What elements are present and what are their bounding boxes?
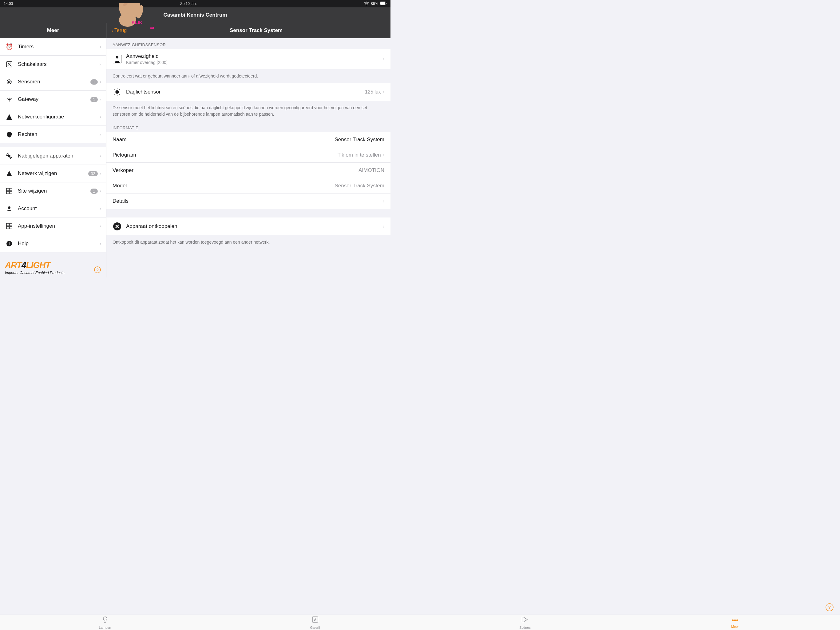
aanwezigheid-row[interactable]: Aanwezigheid Kamer overdag [2:00] ›: [106, 49, 390, 69]
sidebar-item-schakelaars[interactable]: Schakelaars ›: [0, 56, 106, 73]
battery-text: 86%: [371, 2, 378, 6]
details-chevron: ›: [383, 198, 384, 204]
sidebar-item-netwerkconfiguratie[interactable]: Netwerkconfiguratie ›: [0, 108, 106, 126]
sidebar-item-rechten[interactable]: Rechten ›: [0, 126, 106, 143]
info-value-pictogram: Tik om in te stellen: [168, 152, 381, 158]
svg-point-27: [115, 90, 119, 93]
svg-marker-9: [6, 114, 12, 120]
sidebar-label-netwerkconfiguratie: Netwerkconfiguratie: [18, 114, 99, 120]
battery-icon: [380, 2, 387, 6]
daglicht-title: Daglichtsensor: [126, 89, 161, 95]
sidebar-item-timers[interactable]: ⏰ Timers ›: [0, 38, 106, 56]
svg-point-10: [8, 155, 10, 157]
sidebar-item-site-wijzigen[interactable]: Site wijzigen 1 ›: [0, 182, 106, 200]
info-value-naam: Sensor Track System: [168, 136, 384, 143]
disconnect-label: Apparaat ontkoppelen: [126, 223, 383, 230]
logo-text: ART4LIGHT: [5, 260, 101, 270]
svg-point-8: [9, 82, 9, 82]
svg-line-34: [115, 94, 115, 95]
sidebar-label-rechten: Rechten: [18, 131, 99, 138]
svg-rect-17: [6, 223, 9, 226]
sidebar: ⏰ Timers › Schakelaars › Sensoren: [0, 38, 106, 277]
sidebar-label-netwerk-wijzigen: Netwerk wijzigen: [18, 171, 88, 177]
info-row-pictogram[interactable]: Pictogram Tik om in te stellen ›: [106, 147, 390, 163]
sidebar-label-app-instellingen: App-instellingen: [18, 223, 99, 229]
info-value-model: Sensor Track System: [168, 183, 384, 189]
wifi-icon: [364, 2, 369, 6]
site-wijzigen-badge: 1: [90, 188, 98, 194]
daglicht-value: 125 lux: [365, 89, 381, 95]
svg-point-0: [366, 5, 367, 5]
disconnect-section: Apparaat ontkoppelen ›: [106, 217, 390, 235]
right-panel-title: Sensor Track System: [127, 27, 385, 33]
gateway-icon: [5, 95, 14, 104]
svg-line-35: [119, 90, 120, 90]
info-row-details[interactable]: Details ›: [106, 193, 390, 209]
disconnect-chevron: ›: [383, 224, 384, 229]
daglicht-row[interactable]: Daglichtsensor 125 lux ›: [106, 83, 390, 101]
netwerkconfiguratie-icon: [5, 112, 14, 121]
gateway-badge: 1: [90, 97, 98, 102]
rechten-icon: [5, 130, 14, 139]
aanwezigheid-description: Controleert wat er gebeurt wanneer aan- …: [106, 69, 390, 83]
sidebar-title: Meer: [47, 27, 59, 33]
sidebar-logo-area: ART4LIGHT Importer Casambi Enabled Produ…: [0, 256, 106, 277]
sidebar-help-circle-icon[interactable]: ?: [94, 266, 101, 275]
pictogram-chevron: ›: [383, 152, 384, 158]
sidebar-section-2: Nabijgelegen apparaten › Netwerk wijzige…: [0, 147, 106, 252]
sidebar-label-nabijgelegen: Nabijgelegen apparaten: [18, 153, 99, 159]
info-row-naam: Naam Sensor Track System: [106, 132, 390, 147]
sidebar-label-site-wijzigen: Site wijzigen: [18, 188, 90, 194]
schakelaars-icon: [5, 60, 14, 69]
section-header-informatie: INFORMATIE: [106, 121, 390, 132]
sidebar-item-account[interactable]: Account ›: [0, 200, 106, 217]
netwerk-wijzigen-badge: 32: [88, 171, 98, 176]
disconnect-row[interactable]: Apparaat ontkoppelen ›: [106, 217, 390, 235]
status-bar: 14:00 Zo 10 jan. 86%: [0, 0, 390, 7]
info-label-naam: Naam: [112, 136, 168, 143]
sidebar-item-netwerk-wijzigen[interactable]: Netwerk wijzigen 32 ›: [0, 165, 106, 182]
sidebar-item-app-instellingen[interactable]: App-instellingen ›: [0, 217, 106, 235]
sidebar-label-sensoren: Sensoren: [18, 79, 90, 85]
aanwezigheid-icon: [112, 54, 122, 64]
svg-rect-15: [9, 192, 12, 194]
svg-rect-18: [9, 223, 12, 226]
app-instellingen-icon: [5, 222, 14, 230]
daglicht-icon: [112, 87, 122, 97]
back-button[interactable]: ‹ Terug: [111, 27, 127, 34]
aanwezigheid-subtitle: Kamer overdag [2:00]: [126, 60, 383, 65]
timers-icon: ⏰: [5, 43, 14, 51]
sidebar-item-sensoren[interactable]: Sensoren 1 ›: [0, 73, 106, 91]
svg-rect-20: [9, 226, 12, 229]
svg-marker-11: [6, 171, 12, 176]
svg-line-33: [119, 94, 120, 95]
svg-point-25: [116, 56, 118, 59]
sidebar-label-help: Help: [18, 241, 99, 247]
status-bar-right: 86%: [364, 2, 387, 6]
svg-point-16: [8, 206, 11, 209]
svg-line-32: [115, 90, 115, 90]
svg-rect-2: [381, 2, 385, 5]
sidebar-divider-1: [0, 143, 106, 147]
logo-subtitle: Importer Casambi Enabled Products: [5, 271, 101, 275]
info-label-pictogram: Pictogram: [112, 152, 168, 158]
aanwezigheid-section: Aanwezigheid Kamer overdag [2:00] ›: [106, 49, 390, 69]
info-label-model: Model: [112, 183, 168, 189]
title-bar: Casambi Kennis Centrum: [0, 7, 390, 23]
back-label: Terug: [114, 28, 127, 33]
informatie-section: Naam Sensor Track System Pictogram Tik o…: [106, 132, 390, 209]
sidebar-item-nabijgelegen[interactable]: Nabijgelegen apparaten ›: [0, 147, 106, 165]
sensoren-icon: [5, 78, 14, 86]
section-header-aanwezigheid: AANWEZIGHEIDSSENSOR: [106, 38, 390, 49]
svg-rect-19: [6, 226, 9, 229]
sidebar-item-help[interactable]: i Help ›: [0, 235, 106, 252]
info-label-verkoper: Verkoper: [112, 167, 168, 174]
daglicht-section: Daglichtsensor 125 lux ›: [106, 83, 390, 101]
svg-rect-13: [9, 188, 12, 191]
sidebar-label-account: Account: [18, 206, 99, 212]
sidebar-section-1: ⏰ Timers › Schakelaars › Sensoren: [0, 38, 106, 143]
sidebar-item-gateway[interactable]: Gateway 1 ›: [0, 91, 106, 108]
nabijgelegen-icon: [5, 152, 14, 160]
sidebar-label-schakelaars: Schakelaars: [18, 61, 99, 67]
svg-rect-14: [6, 192, 9, 194]
